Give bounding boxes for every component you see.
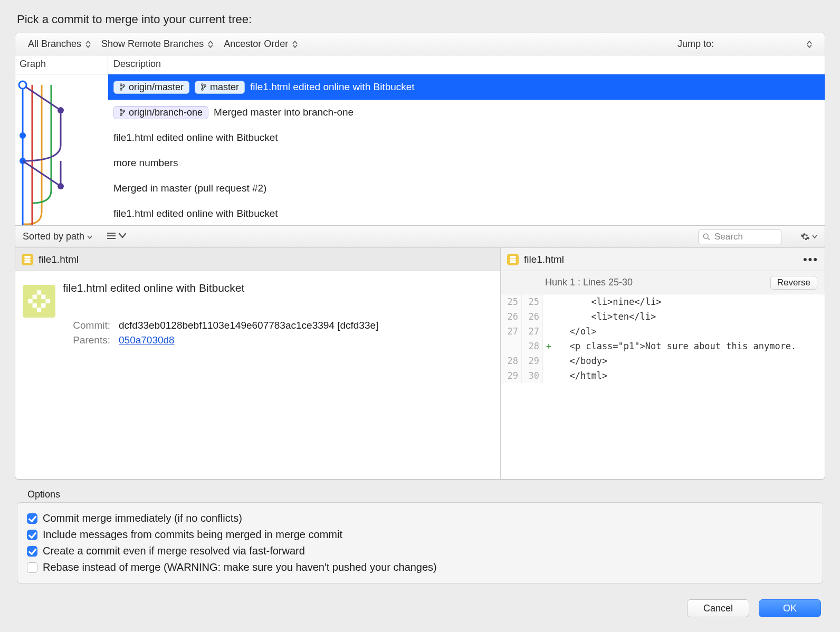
stepper-icon bbox=[807, 40, 812, 49]
branch-tag-label: master bbox=[210, 82, 239, 93]
diff-code: <li>nine</li> bbox=[555, 294, 825, 309]
svg-point-14 bbox=[703, 234, 708, 238]
commit-row[interactable]: more numbers bbox=[108, 150, 825, 176]
commit-row[interactable]: origin/mastermasterfile1.html edited onl… bbox=[108, 74, 825, 100]
option-row[interactable]: Create a commit even if merge resolved v… bbox=[27, 543, 813, 559]
search-icon bbox=[703, 233, 710, 241]
more-icon[interactable]: ••• bbox=[803, 253, 818, 266]
lines-icon bbox=[107, 232, 116, 240]
search-placeholder: Search bbox=[714, 232, 743, 242]
diff-code: <li>ten</li> bbox=[555, 309, 825, 324]
svg-rect-19 bbox=[28, 299, 32, 303]
dialog-heading: Pick a commit to merge into your current… bbox=[17, 13, 825, 26]
line-new: 28 bbox=[522, 339, 543, 353]
settings-dropdown[interactable] bbox=[800, 232, 817, 242]
svg-rect-18 bbox=[41, 295, 45, 299]
svg-point-6 bbox=[120, 89, 122, 91]
line-old: 27 bbox=[501, 324, 522, 339]
show-remote-filter[interactable]: Show Remote Branches bbox=[96, 36, 218, 52]
commit-row[interactable]: file1.html edited online with Bitbucket bbox=[108, 125, 825, 150]
line-new: 27 bbox=[522, 324, 543, 339]
svg-point-5 bbox=[120, 84, 122, 86]
commit-row-message: file1.html edited online with Bitbucket bbox=[250, 81, 415, 93]
column-headers: Graph Description bbox=[15, 55, 825, 74]
svg-rect-16 bbox=[23, 285, 55, 318]
diff-view[interactable]: 2525 <li>nine</li>2626 <li>ten</li>2727 … bbox=[501, 294, 825, 383]
line-new: 30 bbox=[522, 368, 543, 383]
file-modified-icon bbox=[507, 254, 519, 265]
diff-sign bbox=[543, 353, 555, 368]
svg-point-7 bbox=[123, 85, 125, 87]
detail-toolbar: Sorted by path Search bbox=[15, 225, 825, 247]
option-label: Rebase instead of merge (WARNING: make s… bbox=[43, 561, 437, 573]
chevron-down-icon bbox=[87, 235, 92, 240]
commit-message: file1.html edited online with Bitbucket bbox=[63, 282, 496, 294]
branch-tag-label: origin/master bbox=[129, 82, 184, 93]
hunk-header: Hunk 1 : Lines 25-30 Reverse bbox=[501, 271, 825, 294]
branch-tag[interactable]: master bbox=[195, 81, 245, 94]
jump-to-label: Jump to: bbox=[677, 39, 714, 50]
cancel-button[interactable]: Cancel bbox=[687, 599, 749, 617]
options-group: Commit merge immediately (if no conflict… bbox=[17, 502, 823, 583]
diff-pane: file1.html ••• Hunk 1 : Lines 25-30 Reve… bbox=[501, 248, 825, 479]
ok-button[interactable]: OK bbox=[759, 599, 821, 617]
line-old: 26 bbox=[501, 309, 522, 324]
commit-row[interactable]: origin/branch-oneMerged master into bran… bbox=[108, 100, 825, 125]
stepper-icon bbox=[292, 40, 298, 49]
diff-sign bbox=[543, 368, 555, 383]
diff-sign bbox=[543, 324, 555, 339]
branch-tag[interactable]: origin/master bbox=[113, 81, 189, 94]
diff-code: </body> bbox=[555, 353, 825, 368]
show-remote-label: Show Remote Branches bbox=[101, 39, 204, 50]
option-checkbox[interactable] bbox=[27, 546, 37, 557]
column-description[interactable]: Description bbox=[108, 55, 825, 74]
option-row[interactable]: Rebase instead of merge (WARNING: make s… bbox=[27, 559, 813, 576]
file-row[interactable]: file1.html bbox=[15, 248, 500, 271]
line-old: 29 bbox=[501, 368, 522, 383]
commit-graph-list: origin/mastermasterfile1.html edited onl… bbox=[15, 74, 825, 225]
commit-row-message: file1.html edited online with Bitbucket bbox=[113, 132, 278, 143]
svg-point-1 bbox=[58, 107, 64, 113]
commit-info: file1.html edited online with Bitbucket … bbox=[15, 271, 500, 355]
line-old: 28 bbox=[501, 353, 522, 368]
parent-link[interactable]: 050a7030d8 bbox=[119, 334, 175, 346]
option-checkbox[interactable] bbox=[27, 513, 37, 524]
svg-point-0 bbox=[19, 81, 26, 89]
commit-row[interactable]: Merged in master (pull request #2) bbox=[108, 176, 825, 201]
hunk-label: Hunk 1 : Lines 25-30 bbox=[545, 277, 633, 288]
commit-row-message: Merged master into branch-one bbox=[214, 107, 354, 118]
search-input[interactable]: Search bbox=[698, 229, 781, 244]
svg-line-15 bbox=[708, 238, 710, 240]
branches-filter-label: All Branches bbox=[28, 39, 81, 50]
option-row[interactable]: Include messages from commits being merg… bbox=[27, 526, 813, 543]
svg-rect-17 bbox=[33, 295, 37, 299]
line-old: 25 bbox=[501, 294, 522, 309]
parents-label: Parents: bbox=[63, 334, 110, 346]
branch-tag[interactable]: origin/branch-one bbox=[113, 106, 208, 119]
option-row[interactable]: Commit merge immediately (if no conflict… bbox=[27, 510, 813, 526]
svg-point-8 bbox=[202, 84, 204, 86]
chevron-down-icon bbox=[812, 235, 817, 239]
jump-to-dropdown[interactable]: Jump to: bbox=[672, 36, 817, 52]
order-filter[interactable]: Ancestor Order bbox=[218, 36, 303, 52]
option-checkbox[interactable] bbox=[27, 562, 37, 573]
file-list-pane: file1.html file1.html edited online wi bbox=[15, 248, 501, 479]
reverse-button[interactable]: Reverse bbox=[770, 276, 817, 290]
diff-code: <p class="p1">Not sure about this anymor… bbox=[555, 339, 825, 353]
svg-point-9 bbox=[202, 89, 204, 91]
column-graph[interactable]: Graph bbox=[15, 55, 108, 74]
view-mode-dropdown[interactable] bbox=[107, 231, 127, 242]
svg-point-13 bbox=[123, 110, 125, 112]
diff-sign: + bbox=[543, 339, 555, 353]
svg-point-11 bbox=[120, 109, 122, 111]
sort-dropdown[interactable]: Sorted by path bbox=[23, 231, 92, 242]
option-label: Commit merge immediately (if no conflict… bbox=[43, 512, 242, 524]
svg-rect-24 bbox=[37, 308, 41, 312]
option-checkbox[interactable] bbox=[27, 530, 37, 540]
svg-rect-21 bbox=[33, 303, 37, 308]
file-modified-icon bbox=[22, 254, 33, 265]
branches-filter[interactable]: All Branches bbox=[23, 36, 96, 52]
options-heading: Options bbox=[27, 489, 823, 500]
commit-row[interactable]: file1.html edited online with Bitbucket bbox=[108, 201, 825, 225]
filter-toolbar: All Branches Show Remote Branches Ancest… bbox=[15, 33, 825, 55]
